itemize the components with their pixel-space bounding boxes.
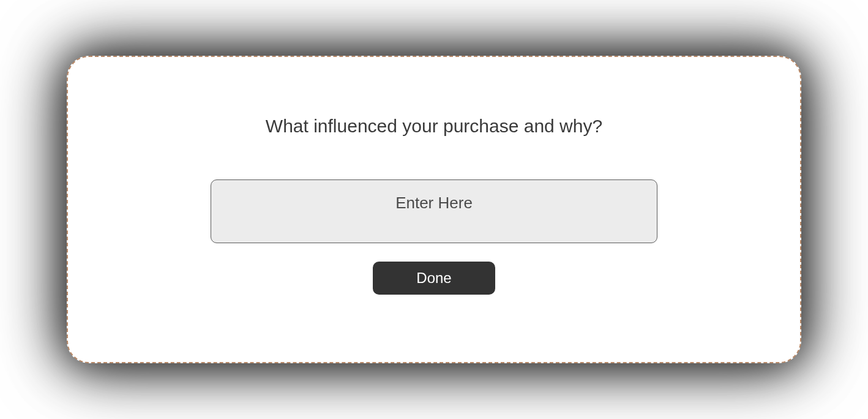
- done-button[interactable]: Done: [373, 262, 495, 295]
- survey-card-wrapper: What influenced your purchase and why? D…: [67, 56, 801, 363]
- survey-question: What influenced your purchase and why?: [266, 116, 602, 137]
- survey-card: What influenced your purchase and why? D…: [67, 56, 801, 363]
- survey-response-input[interactable]: [211, 179, 657, 243]
